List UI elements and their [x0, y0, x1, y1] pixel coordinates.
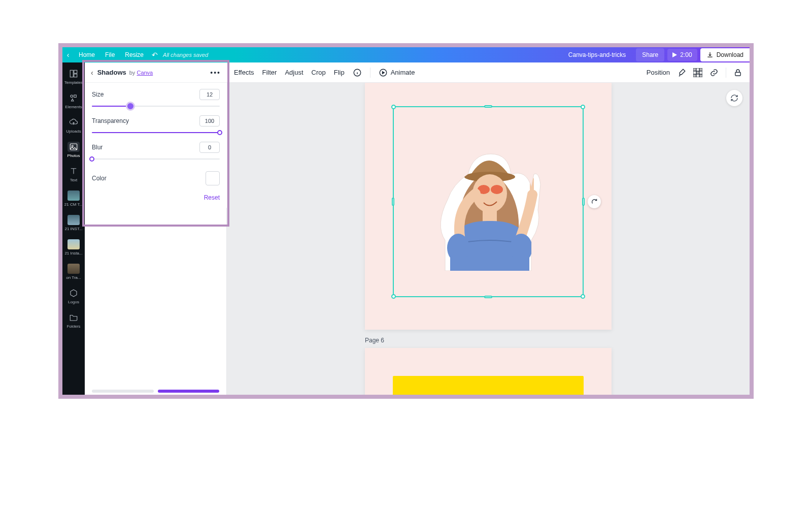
menu-file[interactable]: File	[100, 51, 120, 58]
left-rail: Templates Elements Uploads Photos	[62, 62, 85, 395]
transparency-label: Transparency	[92, 117, 129, 124]
panel-more-button[interactable]: •••	[210, 69, 221, 77]
resize-handle-right[interactable]	[582, 198, 585, 206]
presentation-time-button[interactable]: 2:00	[667, 49, 697, 61]
transparency-slider-thumb[interactable]	[217, 130, 222, 135]
save-status: All changes saved	[163, 52, 208, 58]
logos-icon	[67, 288, 80, 298]
panel-by: by Canva	[129, 70, 153, 76]
blur-slider[interactable]	[92, 154, 220, 164]
rail-folders[interactable]: Folders	[62, 309, 85, 334]
svg-rect-2	[74, 74, 77, 77]
svg-rect-13	[699, 74, 702, 77]
svg-rect-24	[530, 177, 534, 192]
resize-handle-bl[interactable]	[391, 294, 396, 299]
share-button[interactable]: Share	[636, 48, 664, 61]
svg-rect-4	[74, 95, 77, 98]
resize-handle-br[interactable]	[581, 294, 585, 299]
yellow-element[interactable]	[393, 376, 584, 395]
svg-rect-9	[693, 68, 696, 71]
canvas-page-next[interactable]	[365, 348, 612, 395]
svg-point-22	[491, 185, 503, 194]
toolbar-filter[interactable]: Filter	[262, 69, 277, 76]
rail-thumb-2[interactable]: 21 Insta...	[62, 236, 85, 261]
photos-icon	[67, 142, 80, 152]
rail-photos[interactable]: Photos	[62, 139, 85, 163]
project-thumb-icon	[67, 215, 80, 225]
selected-image[interactable]	[425, 139, 552, 271]
color-label: Color	[92, 175, 107, 182]
transparency-value-input[interactable]: 100	[199, 115, 220, 126]
rotate-button[interactable]	[588, 195, 601, 208]
undo-icon[interactable]: ↶	[152, 51, 158, 59]
toolbar-effects[interactable]: Effects	[234, 69, 254, 76]
document-title[interactable]: Canva-tips-and-tricks	[561, 51, 633, 58]
resize-handle-left[interactable]	[392, 198, 394, 206]
resize-handle-bottom[interactable]	[484, 296, 492, 298]
svg-rect-10	[696, 71, 699, 74]
panel-by-link[interactable]: Canva	[137, 70, 153, 76]
panel-title: Shadows	[97, 69, 126, 76]
toolbar-animate[interactable]: Animate	[379, 68, 415, 77]
resize-handle-top[interactable]	[484, 105, 492, 108]
svg-rect-18	[735, 72, 741, 76]
size-label: Size	[92, 91, 104, 98]
link-icon[interactable]	[709, 68, 719, 77]
rail-thumb-1[interactable]: 21 INST...	[62, 212, 85, 236]
size-value-input[interactable]: 12	[199, 89, 220, 100]
color-swatch-button[interactable]	[206, 171, 220, 185]
svg-rect-0	[70, 70, 73, 77]
play-icon	[672, 52, 677, 57]
info-icon[interactable]	[353, 68, 362, 77]
uploads-icon	[67, 117, 80, 128]
svg-rect-16	[699, 71, 702, 74]
app-root: ‹ Home File Resize ↶ All changes saved C…	[62, 47, 750, 395]
paint-icon[interactable]	[677, 68, 686, 77]
svg-rect-15	[693, 71, 696, 74]
elements-icon	[67, 93, 80, 103]
canvas-area: Effects Filter Adjust Crop Flip Animate …	[227, 62, 750, 395]
templates-icon	[67, 69, 80, 79]
rail-thumb-3[interactable]: on Tra...	[62, 261, 85, 285]
svg-rect-11	[699, 68, 702, 71]
resize-handle-tl[interactable]	[391, 105, 396, 109]
transparency-slider[interactable]	[92, 128, 220, 138]
menu-home[interactable]: Home	[74, 51, 100, 58]
svg-point-6	[72, 145, 73, 147]
toolbar-flip[interactable]: Flip	[334, 69, 345, 76]
blur-slider-thumb[interactable]	[89, 156, 94, 162]
rail-elements[interactable]: Elements	[62, 90, 85, 114]
resize-handle-tr[interactable]	[581, 105, 585, 109]
blur-label: Blur	[92, 144, 103, 151]
svg-point-26	[510, 234, 532, 262]
toolbar-adjust[interactable]: Adjust	[285, 69, 303, 76]
svg-point-3	[71, 95, 73, 98]
tutorial-highlight-frame: ‹ Home File Resize ↶ All changes saved C…	[58, 43, 754, 399]
download-icon	[706, 51, 714, 58]
back-button[interactable]: ‹	[62, 51, 74, 59]
toolbar-position[interactable]: Position	[647, 69, 670, 76]
blur-value-input[interactable]: 0	[199, 142, 220, 153]
rail-thumb-0[interactable]: 21 CM T...	[62, 187, 85, 212]
panel-back-button[interactable]: ‹	[91, 69, 93, 77]
side-panel: ‹ Shadows by Canva ••• Size 12	[85, 62, 227, 395]
canvas-page[interactable]	[365, 83, 612, 330]
panel-header: ‹ Shadows by Canva •••	[85, 62, 227, 83]
download-button[interactable]: Download	[700, 48, 750, 61]
size-slider[interactable]	[92, 101, 220, 111]
project-thumb-icon	[67, 239, 80, 249]
rail-text[interactable]: Text	[62, 163, 85, 187]
toolbar-crop[interactable]: Crop	[312, 69, 326, 76]
time-value: 2:00	[680, 51, 692, 58]
size-slider-thumb[interactable]	[126, 102, 135, 111]
svg-rect-23	[483, 210, 497, 222]
rail-logos[interactable]: Logos	[62, 285, 85, 309]
rail-templates[interactable]: Templates	[62, 66, 85, 90]
transparency-icon[interactable]	[693, 68, 702, 77]
menu-resize[interactable]: Resize	[120, 51, 149, 58]
lock-icon[interactable]	[733, 68, 742, 77]
rail-uploads[interactable]: Uploads	[62, 114, 85, 139]
svg-rect-1	[74, 70, 77, 73]
reset-button[interactable]: Reset	[204, 194, 220, 201]
animate-icon	[379, 68, 388, 77]
